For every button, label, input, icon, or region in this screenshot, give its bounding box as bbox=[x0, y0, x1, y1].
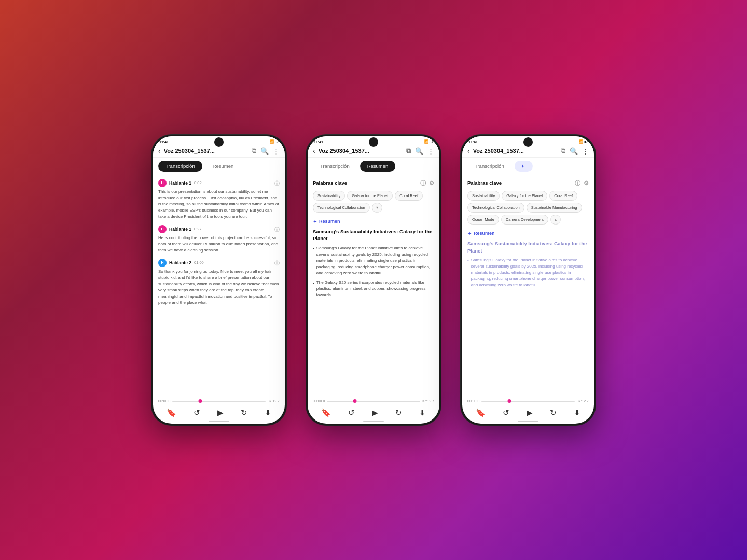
time-start-1: 00:00.0 bbox=[158, 399, 170, 403]
status-time-2: 11:41 bbox=[314, 140, 323, 144]
keyword-coral-2[interactable]: Coral Reef bbox=[395, 191, 423, 201]
tab-transcripcion-3[interactable]: Transcripción bbox=[467, 161, 511, 172]
rewind-btn-3[interactable]: ↺ bbox=[503, 408, 509, 417]
speaker-block-3: H Hablante 2 01:00 ⓘ So thank you for jo… bbox=[158, 259, 280, 306]
search-icon-1[interactable]: 🔍 bbox=[260, 147, 269, 155]
bullet-text-2-1: The Galaxy S25 series incorporates recyc… bbox=[316, 279, 434, 298]
info-icon-2[interactable]: ⓘ bbox=[274, 226, 280, 233]
info-icon-1[interactable]: ⓘ bbox=[274, 179, 280, 187]
keyword-camera-3[interactable]: Camera Development bbox=[501, 215, 548, 225]
search-icon-3[interactable]: 🔍 bbox=[570, 147, 578, 155]
play-btn-1[interactable]: ▶ bbox=[217, 408, 224, 417]
speaker-name-3: Hablante 2 bbox=[169, 260, 191, 267]
keyword-more-2[interactable]: ▾ bbox=[372, 203, 382, 213]
keyword-sustainability-2[interactable]: Sustainability bbox=[313, 191, 345, 201]
battery-2: 37 bbox=[430, 140, 433, 144]
speaker-header-3: H Hablante 2 01:00 ⓘ bbox=[158, 259, 280, 267]
tab-resumen-1[interactable]: Resumen bbox=[205, 161, 241, 172]
keyword-galaxy-3[interactable]: Galaxy for the Planet bbox=[502, 191, 547, 201]
keyword-collapse-3[interactable]: ▴ bbox=[550, 215, 561, 225]
bookmark-btn-2[interactable]: 🔖 bbox=[321, 408, 331, 417]
keyword-galaxy-2[interactable]: Galaxy for the Planet bbox=[347, 191, 393, 201]
copy-icon-1[interactable]: ⧉ bbox=[252, 147, 256, 155]
keywords-info-icon-2[interactable]: ⓘ bbox=[420, 179, 426, 188]
tab-row-1: Transcripción Resumen bbox=[153, 158, 285, 175]
save-btn-3[interactable]: ⬇ bbox=[574, 408, 580, 417]
more-icon-3[interactable]: ⋮ bbox=[582, 147, 589, 155]
forward-btn-3[interactable]: ↻ bbox=[550, 408, 557, 417]
avatar-1: H bbox=[158, 179, 167, 187]
save-btn-1[interactable]: ⬇ bbox=[265, 408, 271, 417]
avatar-3: H bbox=[158, 259, 167, 267]
bullet-dot-2-1: • bbox=[313, 280, 314, 298]
keywords-label-3: Palabras clave ⓘ ⚙ bbox=[467, 179, 589, 188]
progress-dot-3 bbox=[508, 399, 511, 403]
summary-star-icon-2: ✦ bbox=[313, 218, 317, 226]
copy-icon-3[interactable]: ⧉ bbox=[561, 147, 565, 155]
progress-track-3[interactable] bbox=[481, 401, 574, 402]
controls-row-3: 🔖 ↺ ▶ ↻ ⬇ bbox=[467, 405, 589, 419]
keyword-tech-3[interactable]: Technological Collaboration bbox=[467, 203, 524, 213]
back-button-3[interactable]: ‹ bbox=[467, 147, 470, 155]
progress-row-2: 00:00.0 37:12.7 bbox=[313, 399, 434, 403]
play-btn-2[interactable]: ▶ bbox=[372, 408, 378, 417]
bookmark-btn-3[interactable]: 🔖 bbox=[476, 408, 486, 417]
progress-dot-1 bbox=[199, 399, 202, 403]
keyword-ocean-3[interactable]: Ocean Mode bbox=[467, 215, 499, 225]
keywords-wrap-2: Sustainability Galaxy for the Planet Cor… bbox=[313, 191, 434, 213]
progress-track-1[interactable] bbox=[172, 401, 265, 402]
info-icon-3[interactable]: ⓘ bbox=[274, 259, 280, 267]
tab-resumen-2[interactable]: Resumen bbox=[360, 161, 396, 172]
speaker-name-1: Hablante 1 bbox=[169, 180, 191, 187]
tab-transcripcion-2[interactable]: Transcripción bbox=[313, 161, 357, 172]
keywords-info-icon-3[interactable]: ⓘ bbox=[575, 179, 580, 188]
battery-1: 37 bbox=[275, 140, 279, 144]
status-time-1: 11:41 bbox=[159, 140, 169, 144]
player-bar-3: 00:00.0 37:12.7 🔖 ↺ ▶ ↻ ⬇ bbox=[462, 397, 594, 424]
time-end-2: 37:12.7 bbox=[422, 399, 434, 403]
status-time-3: 11:41 bbox=[468, 140, 478, 144]
keyword-sustainable-mfg-3[interactable]: Sustainable Manufacturing bbox=[527, 203, 582, 213]
rewind-btn-2[interactable]: ↺ bbox=[348, 408, 355, 417]
phone-ai: 11:41 📶 37 ‹ Voz 250304_1537... ⧉ 🔍 ⋮ Tr… bbox=[461, 135, 596, 425]
tab-transcripcion-1[interactable]: Transcripción bbox=[158, 161, 202, 172]
speaker-text-1: This is our presentation is about our su… bbox=[158, 189, 280, 220]
forward-btn-2[interactable]: ↻ bbox=[395, 408, 402, 417]
more-icon-1[interactable]: ⋮ bbox=[273, 147, 280, 155]
bullet-text-3-0: Samsung's Galaxy for the Planet initiati… bbox=[471, 257, 589, 288]
summary-label-3: Resumen bbox=[474, 230, 495, 237]
tab-ai-3[interactable]: ✦ bbox=[515, 161, 533, 172]
summary-star-icon-3: ✦ bbox=[467, 230, 472, 237]
save-btn-2[interactable]: ⬇ bbox=[419, 408, 426, 417]
top-icons-2: ⧉ 🔍 ⋮ bbox=[406, 147, 434, 155]
more-icon-2[interactable]: ⋮ bbox=[427, 147, 434, 155]
keywords-title-3: Palabras clave bbox=[467, 179, 502, 187]
back-button-2[interactable]: ‹ bbox=[313, 147, 315, 155]
summary-bullet-2-1: • The Galaxy S25 series incorporates rec… bbox=[313, 279, 434, 298]
keywords-filter-icon-2[interactable]: ⚙ bbox=[429, 179, 434, 188]
play-btn-3[interactable]: ▶ bbox=[527, 408, 533, 417]
keyword-coral-3[interactable]: Coral Reef bbox=[549, 191, 577, 201]
speaker-block-1: H Hablante 1 0:02 ⓘ This is our presenta… bbox=[158, 179, 280, 220]
search-icon-2[interactable]: 🔍 bbox=[415, 147, 423, 155]
player-bar-1: 00:00.0 37:12.7 🔖 ↺ ▶ ↻ ⬇ bbox=[153, 397, 285, 424]
keyword-tech-2[interactable]: Technological Collaboration bbox=[313, 203, 370, 213]
speaker-time-2: 0:27 bbox=[194, 226, 202, 232]
copy-icon-2[interactable]: ⧉ bbox=[406, 147, 411, 155]
time-start-2: 00:00.0 bbox=[313, 399, 325, 403]
keyword-sustainability-3[interactable]: Sustainability bbox=[467, 191, 500, 201]
progress-track-2[interactable] bbox=[327, 401, 420, 402]
keywords-wrap-3: Sustainability Galaxy for the Planet Cor… bbox=[467, 191, 589, 225]
rewind-btn-1[interactable]: ↺ bbox=[193, 408, 200, 417]
avatar-2: H bbox=[158, 225, 167, 233]
keywords-filter-icon-3[interactable]: ⚙ bbox=[584, 179, 589, 188]
battery-3: 37 bbox=[584, 140, 588, 144]
bookmark-btn-1[interactable]: 🔖 bbox=[167, 408, 176, 417]
back-button-1[interactable]: ‹ bbox=[158, 147, 161, 155]
camera-notch-3 bbox=[523, 137, 533, 147]
ai-star-icon: ✦ bbox=[521, 164, 525, 169]
speaker-header-2: H Hablante 1 0:27 ⓘ bbox=[158, 225, 280, 233]
progress-row-1: 00:00.0 37:12.7 bbox=[158, 399, 280, 403]
controls-row-1: 🔖 ↺ ▶ ↻ ⬇ bbox=[158, 405, 280, 419]
forward-btn-1[interactable]: ↻ bbox=[241, 408, 247, 417]
